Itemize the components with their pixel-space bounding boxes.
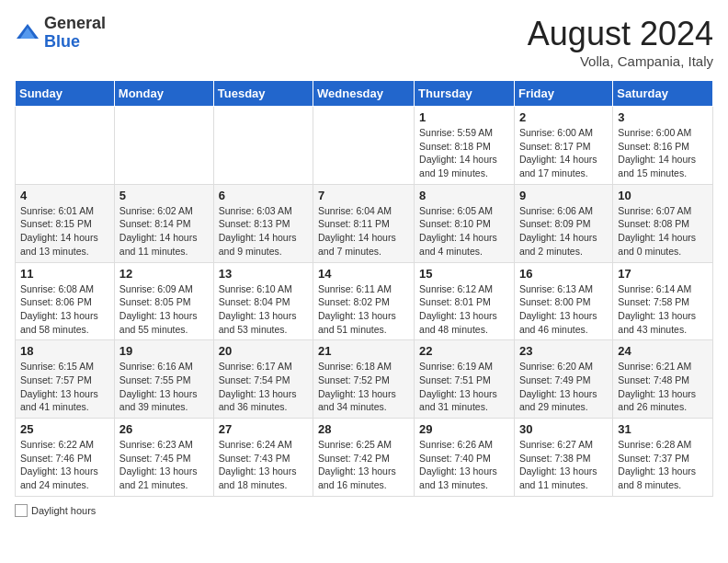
- title-area: August 2024 Volla, Campania, Italy: [528, 15, 713, 69]
- day-info: Sunrise: 6:19 AM Sunset: 7:51 PM Dayligh…: [419, 360, 509, 414]
- day-info: Sunrise: 6:25 AM Sunset: 7:42 PM Dayligh…: [318, 438, 409, 492]
- calendar-cell: 14Sunrise: 6:11 AM Sunset: 8:02 PM Dayli…: [313, 262, 415, 340]
- calendar-cell: 19Sunrise: 6:16 AM Sunset: 7:55 PM Dayli…: [114, 340, 213, 419]
- day-info: Sunrise: 6:08 AM Sunset: 8:06 PM Dayligh…: [20, 282, 109, 337]
- calendar-cell: 12Sunrise: 6:09 AM Sunset: 8:05 PM Dayli…: [114, 262, 213, 340]
- calendar-cell: 27Sunrise: 6:24 AM Sunset: 7:43 PM Dayli…: [213, 419, 313, 497]
- day-number: 6: [219, 189, 308, 202]
- day-info: Sunrise: 6:24 AM Sunset: 7:43 PM Dayligh…: [219, 438, 308, 492]
- calendar-cell: 11Sunrise: 6:08 AM Sunset: 8:06 PM Dayli…: [16, 262, 115, 340]
- calendar-cell: 2Sunrise: 6:00 AM Sunset: 8:17 PM Daylig…: [514, 107, 612, 185]
- day-info: Sunrise: 6:02 AM Sunset: 8:14 PM Dayligh…: [119, 204, 209, 259]
- calendar-cell: 26Sunrise: 6:23 AM Sunset: 7:45 PM Dayli…: [114, 419, 213, 497]
- day-info: Sunrise: 6:00 AM Sunset: 8:16 PM Dayligh…: [618, 126, 708, 180]
- logo-icon: [15, 20, 40, 46]
- calendar-header-tuesday: Tuesday: [213, 81, 313, 107]
- day-number: 2: [519, 110, 608, 124]
- day-number: 1: [419, 110, 509, 124]
- day-number: 24: [618, 344, 708, 358]
- calendar-header-sunday: Sunday: [16, 81, 115, 107]
- day-number: 22: [419, 344, 509, 358]
- calendar-cell: 17Sunrise: 6:14 AM Sunset: 7:58 PM Dayli…: [613, 262, 713, 340]
- calendar-week-row: 11Sunrise: 6:08 AM Sunset: 8:06 PM Dayli…: [16, 262, 713, 340]
- day-info: Sunrise: 6:12 AM Sunset: 8:01 PM Dayligh…: [419, 282, 509, 337]
- day-info: Sunrise: 6:17 AM Sunset: 7:54 PM Dayligh…: [219, 360, 308, 414]
- day-number: 13: [219, 267, 308, 281]
- day-number: 16: [519, 267, 608, 281]
- day-info: Sunrise: 6:20 AM Sunset: 7:49 PM Dayligh…: [519, 360, 608, 414]
- day-info: Sunrise: 5:59 AM Sunset: 8:18 PM Dayligh…: [419, 126, 509, 180]
- calendar-cell: 21Sunrise: 6:18 AM Sunset: 7:52 PM Dayli…: [313, 340, 415, 419]
- calendar-cell: [114, 107, 213, 185]
- day-info: Sunrise: 6:18 AM Sunset: 7:52 PM Dayligh…: [318, 360, 409, 414]
- day-number: 26: [119, 422, 209, 436]
- calendar-cell: 25Sunrise: 6:22 AM Sunset: 7:46 PM Dayli…: [16, 419, 115, 497]
- day-info: Sunrise: 6:10 AM Sunset: 8:04 PM Dayligh…: [219, 282, 308, 337]
- calendar-legend: Daylight hours: [15, 504, 713, 519]
- day-info: Sunrise: 6:28 AM Sunset: 7:37 PM Dayligh…: [618, 438, 708, 492]
- day-info: Sunrise: 6:03 AM Sunset: 8:13 PM Dayligh…: [219, 204, 308, 259]
- day-number: 9: [519, 189, 608, 202]
- calendar-header-wednesday: Wednesday: [313, 81, 415, 107]
- logo-text: General Blue: [44, 15, 106, 52]
- day-info: Sunrise: 6:06 AM Sunset: 8:09 PM Dayligh…: [519, 204, 608, 259]
- calendar-week-row: 1Sunrise: 5:59 AM Sunset: 8:18 PM Daylig…: [16, 107, 713, 185]
- day-number: 29: [419, 422, 509, 436]
- day-info: Sunrise: 6:23 AM Sunset: 7:45 PM Dayligh…: [119, 438, 209, 492]
- day-number: 11: [20, 267, 109, 281]
- calendar-cell: 31Sunrise: 6:28 AM Sunset: 7:37 PM Dayli…: [613, 419, 713, 497]
- day-number: 31: [618, 422, 708, 436]
- day-number: 14: [318, 267, 409, 281]
- day-info: Sunrise: 6:01 AM Sunset: 8:15 PM Dayligh…: [20, 204, 109, 259]
- calendar-title: August 2024: [528, 15, 713, 53]
- calendar-cell: [313, 107, 415, 185]
- calendar-cell: 9Sunrise: 6:06 AM Sunset: 8:09 PM Daylig…: [514, 184, 612, 262]
- day-number: 12: [119, 267, 209, 281]
- day-info: Sunrise: 6:04 AM Sunset: 8:11 PM Dayligh…: [318, 204, 409, 259]
- calendar-cell: 20Sunrise: 6:17 AM Sunset: 7:54 PM Dayli…: [213, 340, 313, 419]
- calendar-cell: 6Sunrise: 6:03 AM Sunset: 8:13 PM Daylig…: [213, 184, 313, 262]
- day-number: 27: [219, 422, 308, 436]
- calendar-cell: 5Sunrise: 6:02 AM Sunset: 8:14 PM Daylig…: [114, 184, 213, 262]
- daylight-legend-item: Daylight hours: [15, 504, 96, 517]
- calendar-cell: 30Sunrise: 6:27 AM Sunset: 7:38 PM Dayli…: [514, 419, 612, 497]
- calendar-cell: [16, 107, 115, 185]
- day-number: 8: [419, 189, 509, 202]
- day-number: 30: [519, 422, 608, 436]
- day-number: 17: [618, 267, 708, 281]
- day-info: Sunrise: 6:11 AM Sunset: 8:02 PM Dayligh…: [318, 282, 409, 337]
- day-info: Sunrise: 6:15 AM Sunset: 7:57 PM Dayligh…: [20, 360, 109, 414]
- day-info: Sunrise: 6:09 AM Sunset: 8:05 PM Dayligh…: [119, 282, 209, 337]
- calendar-cell: 15Sunrise: 6:12 AM Sunset: 8:01 PM Dayli…: [415, 262, 515, 340]
- calendar-cell: 28Sunrise: 6:25 AM Sunset: 7:42 PM Dayli…: [313, 419, 415, 497]
- daylight-color-swatch: [15, 504, 28, 517]
- day-number: 7: [318, 189, 409, 202]
- calendar-cell: [213, 107, 313, 185]
- calendar-cell: 1Sunrise: 5:59 AM Sunset: 8:18 PM Daylig…: [415, 107, 515, 185]
- daylight-legend-label: Daylight hours: [31, 505, 96, 516]
- day-number: 21: [318, 344, 409, 358]
- day-number: 3: [618, 110, 708, 124]
- calendar-cell: 4Sunrise: 6:01 AM Sunset: 8:15 PM Daylig…: [16, 184, 115, 262]
- day-number: 4: [20, 189, 109, 202]
- calendar-cell: 13Sunrise: 6:10 AM Sunset: 8:04 PM Dayli…: [213, 262, 313, 340]
- day-number: 28: [318, 422, 409, 436]
- calendar-week-row: 4Sunrise: 6:01 AM Sunset: 8:15 PM Daylig…: [16, 184, 713, 262]
- day-number: 25: [20, 422, 109, 436]
- calendar-cell: 29Sunrise: 6:26 AM Sunset: 7:40 PM Dayli…: [415, 419, 515, 497]
- calendar-cell: 7Sunrise: 6:04 AM Sunset: 8:11 PM Daylig…: [313, 184, 415, 262]
- calendar-week-row: 25Sunrise: 6:22 AM Sunset: 7:46 PM Dayli…: [16, 419, 713, 497]
- calendar-cell: 3Sunrise: 6:00 AM Sunset: 8:16 PM Daylig…: [613, 107, 713, 185]
- day-number: 18: [20, 344, 109, 358]
- day-info: Sunrise: 6:00 AM Sunset: 8:17 PM Dayligh…: [519, 126, 608, 180]
- day-info: Sunrise: 6:05 AM Sunset: 8:10 PM Dayligh…: [419, 204, 509, 259]
- day-number: 23: [519, 344, 608, 358]
- calendar-week-row: 18Sunrise: 6:15 AM Sunset: 7:57 PM Dayli…: [16, 340, 713, 419]
- calendar-cell: 16Sunrise: 6:13 AM Sunset: 8:00 PM Dayli…: [514, 262, 612, 340]
- calendar-table: SundayMondayTuesdayWednesdayThursdayFrid…: [15, 80, 713, 497]
- page-header: General Blue August 2024 Volla, Campania…: [15, 15, 713, 69]
- calendar-cell: 18Sunrise: 6:15 AM Sunset: 7:57 PM Dayli…: [16, 340, 115, 419]
- day-info: Sunrise: 6:07 AM Sunset: 8:08 PM Dayligh…: [618, 204, 708, 259]
- day-info: Sunrise: 6:14 AM Sunset: 7:58 PM Dayligh…: [618, 282, 708, 337]
- calendar-cell: 22Sunrise: 6:19 AM Sunset: 7:51 PM Dayli…: [415, 340, 515, 419]
